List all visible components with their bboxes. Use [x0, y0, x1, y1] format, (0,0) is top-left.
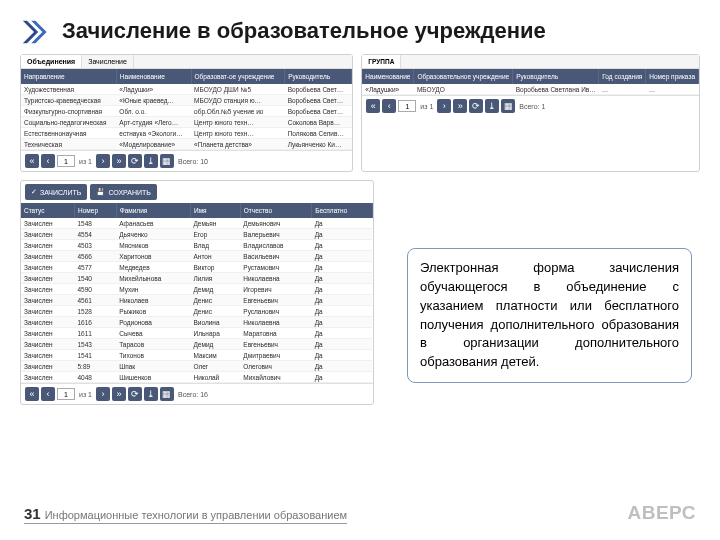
column-header[interactable]: Фамилия — [116, 203, 190, 218]
column-header[interactable]: Наименование — [116, 69, 191, 84]
description-callout: Электронная форма зачисления обучающегос… — [407, 248, 692, 383]
column-header[interactable]: Номер приказа — [646, 69, 699, 84]
table-row[interactable]: Социально-педагогическаяАрт-студия «Лего… — [21, 117, 352, 128]
settings-icon[interactable]: ▦ — [160, 387, 174, 401]
column-header[interactable]: Руководитель — [513, 69, 599, 84]
panel-students: ✓ЗАЧИСЛИТЬ 💾СОХРАНИТЬ СтатусНомерФамилия… — [20, 180, 374, 405]
refresh-icon[interactable]: ⟳ — [469, 99, 483, 113]
table-row[interactable]: Зачислен4561НиколаевДенисЕвгеньевичДа — [21, 295, 372, 306]
tab-enroll[interactable]: Зачисление — [82, 55, 134, 68]
pager-2: « ‹ из 1 › » ⟳ ⤓ ▦ Всего: 1 — [362, 95, 699, 116]
table-students: СтатусНомерФамилияИмяОтчествоБесплатноЗа… — [21, 203, 373, 383]
export-icon[interactable]: ⤓ — [144, 154, 158, 168]
table-row[interactable]: Зачислен5:89ШпакОлегОлеговичДа — [21, 361, 372, 372]
column-header[interactable]: Направление — [21, 69, 116, 84]
tab-assoc[interactable]: Объединения — [21, 55, 82, 68]
table-row[interactable]: «Ладушки»МБОУДОВоробьева Светлана Ив……… — [362, 84, 698, 95]
column-header[interactable]: Образовательное учреждение — [414, 69, 513, 84]
page-of-label: из 1 — [77, 391, 94, 398]
last-page-button[interactable]: » — [112, 154, 126, 168]
panel-group: ГРУППА НаименованиеОбразовательное учреж… — [361, 54, 700, 172]
action-bar: ✓ЗАЧИСЛИТЬ 💾СОХРАНИТЬ — [21, 181, 373, 203]
brand-logo: АВЕРС — [627, 502, 696, 524]
column-header[interactable]: Руководитель — [285, 69, 352, 84]
table-row[interactable]: Туристско-краеведческая«Юные краевед…МБО… — [21, 95, 352, 106]
column-header[interactable]: Статус — [21, 203, 75, 218]
refresh-icon[interactable]: ⟳ — [128, 154, 142, 168]
prev-page-button[interactable]: ‹ — [41, 387, 55, 401]
table-group: НаименованиеОбразовательное учреждениеРу… — [362, 69, 699, 95]
tabs: Объединения Зачисление — [21, 55, 352, 69]
table-row[interactable]: Зачислен1540МихейлыноваЛилияНиколаевнаДа — [21, 273, 372, 284]
export-icon[interactable]: ⤓ — [144, 387, 158, 401]
table-row[interactable]: Техническая«Моделирование»«Планета детст… — [21, 139, 352, 150]
first-page-button[interactable]: « — [25, 387, 39, 401]
table-row[interactable]: Зачислен4590МухинДемидИгоревичДа — [21, 284, 372, 295]
chevron-icon — [20, 18, 48, 46]
total-label: Всего: 10 — [176, 158, 210, 165]
table-row[interactable]: Зачислен4503МясниковВладВладиславовДа — [21, 240, 372, 251]
page-input[interactable] — [57, 388, 75, 400]
next-page-button[interactable]: › — [437, 99, 451, 113]
last-page-button[interactable]: » — [112, 387, 126, 401]
table-row[interactable]: Физкультурно-спортивнаяОбл. о.о.обр.Обл.… — [21, 106, 352, 117]
pager-1: « ‹ из 1 › » ⟳ ⤓ ▦ Всего: 10 — [21, 150, 352, 171]
page-title: Зачисление в образовательное учреждение — [62, 18, 546, 44]
page-input[interactable] — [57, 155, 75, 167]
save-button[interactable]: 💾СОХРАНИТЬ — [90, 184, 157, 200]
footer-caption: Информационные технологии в управлении о… — [45, 509, 347, 521]
table-row[interactable]: Зачислен4554ДьяченкоЕгорВалерьевичДа — [21, 229, 372, 240]
table-row[interactable]: Зачислен1548АфанасьевДемьянДемьяновичДа — [21, 218, 372, 229]
column-header[interactable]: Номер — [75, 203, 117, 218]
settings-icon[interactable]: ▦ — [501, 99, 515, 113]
column-header[interactable]: Отчество — [240, 203, 311, 218]
page-number: 31 — [24, 505, 41, 522]
column-header[interactable]: Наименование — [362, 69, 414, 84]
page-input[interactable] — [398, 100, 416, 112]
enroll-button[interactable]: ✓ЗАЧИСЛИТЬ — [25, 184, 87, 200]
column-header[interactable]: Образоват-ое учреждение — [191, 69, 285, 84]
table-row[interactable]: Зачислен1611СычеваИльнараМаратовнаДа — [21, 328, 372, 339]
pager-3: « ‹ из 1 › » ⟳ ⤓ ▦ Всего: 16 — [21, 383, 373, 404]
last-page-button[interactable]: » — [453, 99, 467, 113]
table-row[interactable]: Зачислен4566ХаритоновАнтонВасильевичДа — [21, 251, 372, 262]
panel-associations: Объединения Зачисление НаправлениеНаимен… — [20, 54, 353, 172]
table-row[interactable]: Зачислен1543ТарасовДемидЕвгеньевичДа — [21, 339, 372, 350]
total-label: Всего: 1 — [517, 103, 547, 110]
first-page-button[interactable]: « — [25, 154, 39, 168]
export-icon[interactable]: ⤓ — [485, 99, 499, 113]
footer-left: 31 Информационные технологии в управлени… — [24, 505, 347, 524]
table-row[interactable]: Зачислен4577МедведевВикторРустамовичДа — [21, 262, 372, 273]
table-row[interactable]: Зачислен4048ШишенковНиколайМихайловичДа — [21, 372, 372, 383]
column-header[interactable]: Имя — [190, 203, 240, 218]
check-icon: ✓ — [31, 188, 37, 196]
refresh-icon[interactable]: ⟳ — [128, 387, 142, 401]
group-tab[interactable]: ГРУППА — [362, 55, 401, 68]
prev-page-button[interactable]: ‹ — [41, 154, 55, 168]
save-icon: 💾 — [96, 188, 105, 196]
table-row[interactable]: Зачислен1616РодионоваВиолинаНиколаевнаДа — [21, 317, 372, 328]
page-of-label: из 1 — [418, 103, 435, 110]
slide-footer: 31 Информационные технологии в управлени… — [0, 502, 720, 524]
table-assoc: НаправлениеНаименованиеОбразоват-ое учре… — [21, 69, 352, 150]
prev-page-button[interactable]: ‹ — [382, 99, 396, 113]
next-page-button[interactable]: › — [96, 387, 110, 401]
column-header[interactable]: Бесплатно — [312, 203, 372, 218]
table-row[interactable]: Зачислен1528РыжиковДенисРуслановичДа — [21, 306, 372, 317]
table-row[interactable]: Зачислен1541ТихоновМаксимДмитраевичДа — [21, 350, 372, 361]
first-page-button[interactable]: « — [366, 99, 380, 113]
column-header[interactable]: Год создания — [599, 69, 646, 84]
total-label: Всего: 16 — [176, 391, 210, 398]
next-page-button[interactable]: › — [96, 154, 110, 168]
slide-header: Зачисление в образовательное учреждение — [0, 0, 720, 46]
table-row[interactable]: Естественнонаучнаяестнаука «Экологи…Цент… — [21, 128, 352, 139]
settings-icon[interactable]: ▦ — [160, 154, 174, 168]
table-row[interactable]: Художественная«Ладушки»МБОУДО ДШИ №5Воро… — [21, 84, 352, 95]
page-of-label: из 1 — [77, 158, 94, 165]
